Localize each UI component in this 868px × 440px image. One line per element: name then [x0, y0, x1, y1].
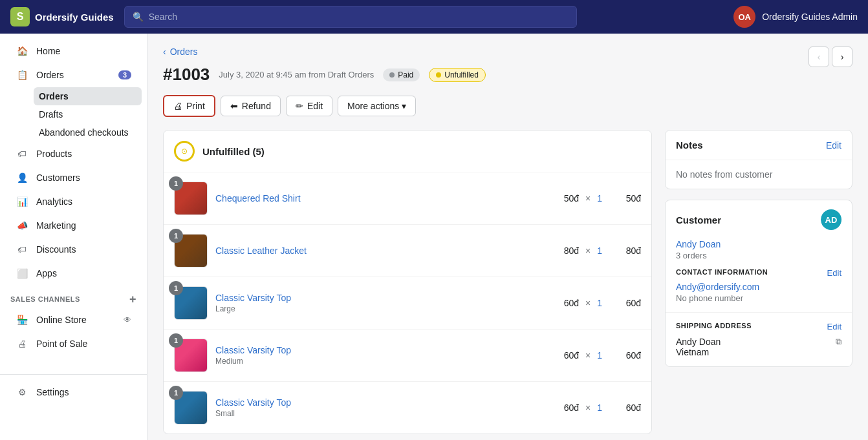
- notes-edit-button[interactable]: Edit: [826, 140, 841, 151]
- refund-button[interactable]: ⬅ Refund: [221, 96, 281, 116]
- brand[interactable]: S Ordersify Guides: [10, 7, 114, 26]
- user-name: Ordersify Guides Admin: [762, 12, 858, 22]
- next-order-button[interactable]: ›: [832, 47, 852, 67]
- product-name-link[interactable]: Classic Varsity Top: [215, 345, 291, 355]
- product-row: 1 Chequered Red Shirt 50đ × 1 50đ: [164, 173, 651, 225]
- notes-card-header: Notes Edit: [666, 131, 852, 160]
- product-thumb-wrap: 1: [174, 391, 208, 424]
- sidebar-item-label-home: Home: [36, 46, 60, 56]
- main-content: ‹ › ‹ Orders #1003 July 3, 2020 at 9:45 …: [147, 34, 868, 440]
- search-input[interactable]: [149, 12, 569, 22]
- search-container: 🔍: [124, 6, 577, 28]
- customer-section-title: Customer: [676, 215, 721, 225]
- shipping-section: SHIPPING ADDRESS Edit Andy Doan Vietnam …: [666, 313, 852, 366]
- shopify-logo-icon: S: [10, 7, 30, 26]
- product-info: Classic Varsity Top Medium: [215, 345, 556, 366]
- notes-empty-text: No notes from customer: [676, 169, 772, 180]
- sidebar-item-online-store[interactable]: 🏪 Online Store 👁: [5, 308, 142, 331]
- breadcrumb[interactable]: ‹ Orders: [163, 47, 852, 57]
- sidebar-item-products[interactable]: 🏷 Products: [5, 142, 142, 165]
- product-name-link[interactable]: Classic Leather Jacket: [215, 246, 307, 256]
- order-header: #1003 July 3, 2020 at 9:45 am from Draft…: [163, 65, 852, 85]
- product-price: 60đ: [564, 350, 579, 361]
- notes-title: Notes: [676, 140, 703, 151]
- customer-header: Customer AD: [666, 200, 852, 239]
- unfulfilled-card: ⊙ Unfulfilled (5) 1 Chequered Red Shirt: [163, 130, 652, 434]
- sidebar-sub-drafts[interactable]: Drafts: [34, 105, 142, 123]
- sidebar-sub-abandoned[interactable]: Abandoned checkouts: [34, 123, 142, 141]
- order-number: #1003: [163, 65, 210, 85]
- sidebar: 🏠 Home 📋 Orders 3 Orders Drafts Abandone…: [0, 34, 147, 440]
- pos-icon: 🖨: [16, 337, 28, 350]
- product-qty-link[interactable]: 1: [597, 246, 602, 256]
- unfulfilled-icon: ⊙: [174, 141, 195, 162]
- edit-button[interactable]: ✏ Edit: [286, 96, 332, 116]
- customer-name[interactable]: Andy Doan: [676, 239, 841, 249]
- sidebar-item-apps[interactable]: ⬜ Apps: [5, 262, 142, 285]
- shipping-edit-button[interactable]: Edit: [827, 322, 841, 331]
- order-main: ⊙ Unfulfilled (5) 1 Chequered Red Shirt: [163, 130, 652, 440]
- user-area: OA Ordersify Guides Admin: [733, 6, 858, 28]
- sidebar-item-settings[interactable]: ⚙ Settings: [5, 381, 142, 404]
- product-variant: Small: [215, 409, 556, 418]
- paid-badge: Paid: [383, 68, 420, 81]
- product-price: 60đ: [564, 403, 579, 413]
- shipping-address: Andy Doan Vietnam: [676, 337, 721, 357]
- sidebar-item-home[interactable]: 🏠 Home: [5, 39, 142, 63]
- prev-order-button[interactable]: ‹: [808, 47, 829, 67]
- order-sidebar: Notes Edit No notes from customer Custom…: [665, 130, 852, 440]
- product-row: 1 Classic Leather Jacket 80đ × 1 80đ: [164, 225, 651, 277]
- product-qty-badge: 1: [169, 281, 183, 295]
- sidebar-sub-orders[interactable]: Orders: [34, 87, 142, 105]
- product-qty-link[interactable]: 1: [597, 350, 602, 361]
- product-thumb-wrap: 1: [174, 339, 208, 372]
- header-area: ‹ › ‹ Orders #1003 July 3, 2020 at 9:45 …: [163, 47, 852, 117]
- product-price-area: 60đ × 1 60đ: [564, 403, 641, 413]
- contact-email[interactable]: Andy@ordersify.com: [676, 282, 841, 292]
- avatar[interactable]: OA: [733, 6, 755, 28]
- contact-edit-button[interactable]: Edit: [827, 268, 841, 278]
- product-price-area: 60đ × 1 60đ: [564, 350, 641, 361]
- apps-icon: ⬜: [16, 267, 28, 280]
- sidebar-item-label-online-store: Online Store: [36, 315, 87, 325]
- product-info: Chequered Red Shirt: [215, 193, 556, 204]
- product-price: 60đ: [564, 298, 579, 308]
- sidebar-item-discounts[interactable]: 🏷 Discounts: [5, 238, 142, 261]
- topnav: S Ordersify Guides 🔍 OA Ordersify Guides…: [0, 0, 868, 34]
- online-store-eye-icon: 👁: [124, 315, 131, 324]
- contact-phone: No phone number: [676, 293, 841, 303]
- sidebar-item-point-of-sale[interactable]: 🖨 Point of Sale: [5, 332, 142, 355]
- product-qty-link[interactable]: 1: [597, 403, 602, 413]
- product-qty-badge: 1: [169, 386, 183, 400]
- sidebar-item-customers[interactable]: 👤 Customers: [5, 166, 142, 189]
- product-list: 1 Chequered Red Shirt 50đ × 1 50đ 1 Clas…: [164, 173, 651, 434]
- product-name-link[interactable]: Classic Varsity Top: [215, 293, 291, 303]
- add-sales-channel-button[interactable]: +: [129, 293, 136, 305]
- sidebar-item-orders[interactable]: 📋 Orders 3: [5, 63, 142, 87]
- product-name-link[interactable]: Classic Varsity Top: [215, 397, 291, 408]
- shipping-country: Vietnam: [676, 347, 721, 357]
- orders-icon: 📋: [16, 68, 28, 81]
- product-price-area: 50đ × 1 50đ: [564, 193, 641, 204]
- discounts-icon: 🏷: [16, 243, 28, 256]
- customer-card: Customer AD Andy Doan 3 orders CONTACT I…: [665, 200, 852, 367]
- notes-body: No notes from customer: [666, 160, 852, 189]
- times-symbol: ×: [585, 193, 591, 204]
- sidebar-footer: ⚙ Settings: [0, 374, 147, 415]
- product-qty-link[interactable]: 1: [597, 298, 602, 308]
- customer-name-area: Andy Doan 3 orders: [666, 239, 852, 268]
- sidebar-item-marketing[interactable]: 📣 Marketing: [5, 214, 142, 237]
- sidebar-item-label-settings: Settings: [36, 387, 69, 397]
- product-total: 60đ: [609, 298, 641, 308]
- product-price: 80đ: [564, 246, 579, 256]
- search-icon: 🔍: [133, 12, 144, 22]
- copy-address-button[interactable]: ⧉: [836, 337, 841, 347]
- product-info: Classic Varsity Top Small: [215, 397, 556, 418]
- sidebar-item-label-discounts: Discounts: [36, 244, 76, 255]
- print-button[interactable]: 🖨 Print: [163, 95, 215, 117]
- more-actions-button[interactable]: More actions ▾: [338, 96, 416, 116]
- product-name-link[interactable]: Chequered Red Shirt: [215, 193, 301, 204]
- sidebar-item-analytics[interactable]: 📊 Analytics: [5, 190, 142, 213]
- product-thumb-wrap: 1: [174, 234, 208, 267]
- product-qty-link[interactable]: 1: [597, 193, 602, 204]
